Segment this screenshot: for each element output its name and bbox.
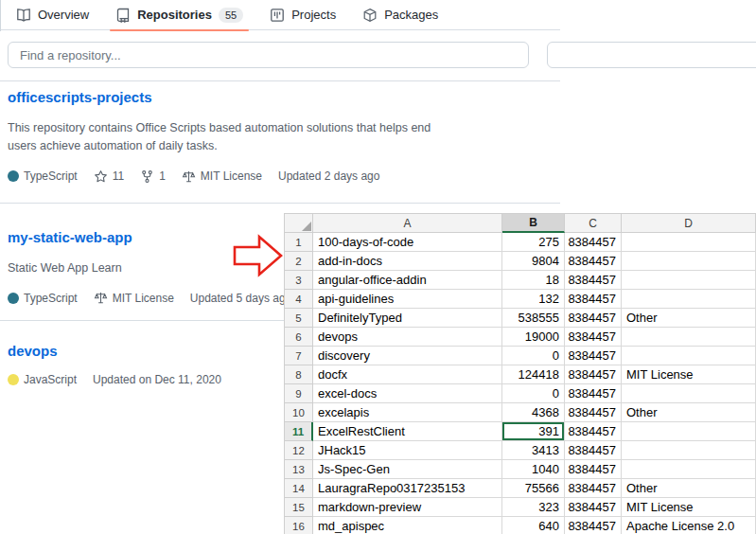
cell-b8[interactable]: 124418 bbox=[502, 365, 565, 384]
cell-b7[interactable]: 0 bbox=[502, 347, 565, 365]
cell-d8[interactable]: MIT License bbox=[622, 365, 756, 384]
row-header-9[interactable]: 9 bbox=[285, 384, 313, 403]
row-header-11[interactable]: 11 bbox=[285, 422, 313, 441]
row-header-1[interactable]: 1 bbox=[285, 233, 313, 252]
row-header-8[interactable]: 8 bbox=[285, 365, 313, 384]
cell-c14[interactable]: 8384457 bbox=[565, 479, 622, 498]
cell-c13[interactable]: 8384457 bbox=[565, 460, 622, 479]
row-header-7[interactable]: 7 bbox=[285, 347, 313, 365]
cell-a5[interactable]: DefinitelyTyped bbox=[313, 309, 502, 328]
cell-c10[interactable]: 8384457 bbox=[565, 403, 622, 422]
cell-c1[interactable]: 8384457 bbox=[565, 233, 622, 252]
row-header-15[interactable]: 15 bbox=[285, 498, 313, 517]
cell-a16[interactable]: md_apispec bbox=[313, 517, 502, 534]
cell-d12[interactable] bbox=[622, 441, 756, 460]
cell-d10[interactable]: Other bbox=[622, 403, 756, 422]
repo-link[interactable]: devops bbox=[8, 343, 58, 359]
tab-overview[interactable]: Overview bbox=[7, 0, 98, 30]
column-header-a[interactable]: A bbox=[313, 214, 502, 233]
cell-d14[interactable]: Other bbox=[622, 479, 756, 498]
cell-d1[interactable] bbox=[622, 233, 756, 252]
row-header-2[interactable]: 2 bbox=[285, 252, 313, 271]
cell-c8[interactable]: 8384457 bbox=[565, 365, 622, 384]
cell-d15[interactable]: MIT License bbox=[622, 498, 756, 517]
tab-repositories[interactable]: Repositories 55 bbox=[106, 0, 253, 30]
cell-a11[interactable]: ExcelRestClient bbox=[313, 422, 502, 441]
project-icon bbox=[270, 8, 285, 23]
cell-c15[interactable]: 8384457 bbox=[565, 498, 622, 517]
cell-a15[interactable]: markdown-preview bbox=[313, 498, 502, 517]
package-icon bbox=[362, 8, 378, 23]
cell-d6[interactable] bbox=[622, 328, 756, 347]
cell-a1[interactable]: 100-days-of-code bbox=[313, 233, 502, 252]
row-header-5[interactable]: 5 bbox=[285, 309, 313, 328]
row-header-3[interactable]: 3 bbox=[285, 271, 313, 290]
column-header-d[interactable]: D bbox=[622, 214, 756, 233]
cell-b16[interactable]: 640 bbox=[502, 517, 565, 534]
cell-b3[interactable]: 18 bbox=[502, 271, 565, 290]
cell-c12[interactable]: 8384457 bbox=[565, 441, 622, 460]
cell-a6[interactable]: devops bbox=[313, 328, 502, 347]
cell-d13[interactable] bbox=[622, 460, 756, 479]
cell-a4[interactable]: api-guidelines bbox=[313, 290, 502, 309]
repo-stars[interactable]: 11 bbox=[94, 169, 124, 184]
row-header-10[interactable]: 10 bbox=[285, 403, 313, 422]
row-header-16[interactable]: 16 bbox=[285, 517, 313, 534]
cell-d5[interactable]: Other bbox=[622, 309, 756, 328]
cell-a14[interactable]: LauragraRepo0317235153 bbox=[313, 479, 502, 498]
repo-link[interactable]: officescripts-projects bbox=[8, 89, 152, 105]
repo-forks[interactable]: 1 bbox=[140, 169, 166, 184]
cell-b11[interactable]: 391 bbox=[502, 422, 565, 441]
column-header-b[interactable]: B bbox=[502, 214, 565, 233]
cell-b15[interactable]: 323 bbox=[502, 498, 565, 517]
cell-c7[interactable]: 8384457 bbox=[565, 347, 622, 365]
type-filter-button[interactable] bbox=[547, 42, 756, 68]
cell-a9[interactable]: excel-docs bbox=[313, 384, 502, 403]
repo-icon bbox=[115, 8, 131, 23]
row-header-13[interactable]: 13 bbox=[285, 460, 313, 479]
tab-packages[interactable]: Packages bbox=[353, 0, 448, 30]
cell-c5[interactable]: 8384457 bbox=[565, 309, 622, 328]
row-header-12[interactable]: 12 bbox=[285, 441, 313, 460]
cell-b2[interactable]: 9804 bbox=[502, 252, 565, 271]
cell-c6[interactable]: 8384457 bbox=[565, 328, 622, 347]
repo-link[interactable]: my-static-web-app bbox=[8, 229, 132, 245]
cell-a13[interactable]: Js-Spec-Gen bbox=[313, 460, 502, 479]
cell-d16[interactable]: Apache License 2.0 bbox=[622, 517, 756, 534]
tab-label: Overview bbox=[38, 8, 89, 22]
cell-b14[interactable]: 75566 bbox=[502, 479, 565, 498]
cell-b10[interactable]: 4368 bbox=[502, 403, 565, 422]
row-header-4[interactable]: 4 bbox=[285, 290, 313, 309]
cell-c16[interactable]: 8384457 bbox=[565, 517, 622, 534]
cell-d3[interactable] bbox=[622, 271, 756, 290]
cell-b13[interactable]: 1040 bbox=[502, 460, 565, 479]
cell-b5[interactable]: 538555 bbox=[502, 309, 565, 328]
row-header-14[interactable]: 14 bbox=[285, 479, 313, 498]
cell-b1[interactable]: 275 bbox=[502, 233, 565, 252]
cell-d7[interactable] bbox=[622, 347, 756, 365]
cell-d11[interactable] bbox=[622, 422, 756, 441]
cell-a7[interactable]: discovery bbox=[313, 347, 502, 365]
cell-c11[interactable]: 8384457 bbox=[565, 422, 622, 441]
cell-a8[interactable]: docfx bbox=[313, 365, 502, 384]
cell-d4[interactable] bbox=[622, 290, 756, 309]
tab-projects[interactable]: Projects bbox=[260, 0, 345, 30]
cell-c4[interactable]: 8384457 bbox=[565, 290, 622, 309]
row-header-6[interactable]: 6 bbox=[285, 328, 313, 347]
cell-d2[interactable] bbox=[622, 252, 756, 271]
cell-d9[interactable] bbox=[622, 384, 756, 403]
cell-a3[interactable]: angular-office-addin bbox=[313, 271, 502, 290]
cell-b6[interactable]: 19000 bbox=[502, 328, 565, 347]
cell-a2[interactable]: add-in-docs bbox=[313, 252, 502, 271]
cell-c2[interactable]: 8384457 bbox=[565, 252, 622, 271]
cell-b12[interactable]: 3413 bbox=[502, 441, 565, 460]
cell-c9[interactable]: 8384457 bbox=[565, 384, 622, 403]
cell-a12[interactable]: JHack15 bbox=[313, 441, 502, 460]
cell-a10[interactable]: excelapis bbox=[313, 403, 502, 422]
column-header-c[interactable]: C bbox=[565, 214, 622, 233]
cell-b4[interactable]: 132 bbox=[502, 290, 565, 309]
cell-c3[interactable]: 8384457 bbox=[565, 271, 622, 290]
select-all-corner[interactable] bbox=[285, 214, 313, 233]
find-repository-input[interactable] bbox=[8, 42, 529, 68]
cell-b9[interactable]: 0 bbox=[502, 384, 565, 403]
